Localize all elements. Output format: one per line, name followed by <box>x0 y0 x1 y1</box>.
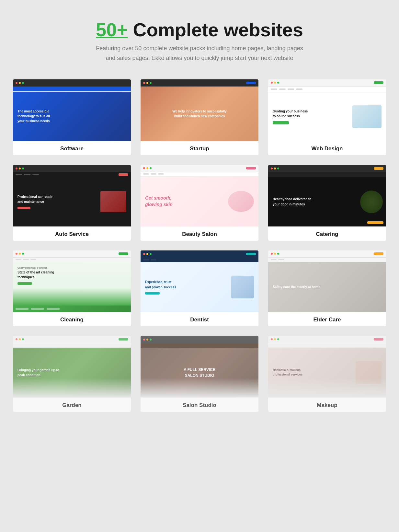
card-image-auto: Professional car repair and maintenance <box>13 165 131 226</box>
auto-hero-text: Professional car repair and maintenance <box>17 194 53 204</box>
makeup-hero-text: Cosmetic & makeupprofessional services <box>273 368 302 377</box>
beauty-hero-text: Get smooth,glowing skin <box>145 195 228 208</box>
eldercare-hero-text: Safety care the elderly at home <box>273 284 320 290</box>
card-cleaning[interactable]: Quality cleaning at a fair price State o… <box>13 250 131 326</box>
header-section: 50+ Complete websites Featuring over 50 … <box>13 19 386 63</box>
card-auto[interactable]: Professional car repair and maintenance … <box>13 165 131 241</box>
software-hero-text: The most accessible technology to suit a… <box>17 109 56 123</box>
startup-hero-text: We help innovators to successfullybuild … <box>172 109 226 119</box>
card-image-dentist: Experience, trustand proven success <box>141 250 258 312</box>
garden-hero-text: Bringing your garden up to peak conditio… <box>17 368 60 377</box>
card-label-startup: Startup <box>141 141 258 155</box>
card-image-cleaning: Quality cleaning at a fair price State o… <box>13 250 131 312</box>
card-startup[interactable]: We help innovators to successfullybuild … <box>141 79 258 155</box>
header-subtitle: Featuring over 50 complete website packs… <box>96 43 303 63</box>
card-label-beauty: Beauty Salon <box>141 226 258 241</box>
card-software[interactable]: The most accessible technology to suit a… <box>13 79 131 155</box>
card-image-webdesign: Guiding your business to online success <box>268 79 386 141</box>
card-label-makeup: Makeup <box>268 398 386 412</box>
card-label-auto: Auto Service <box>13 226 131 241</box>
page-title: 50+ Complete websites <box>13 19 386 40</box>
card-image-garden: Bringing your garden up to peak conditio… <box>13 336 131 398</box>
card-image-catering: Healthy food delivered to your door in m… <box>268 165 386 226</box>
card-image-beauty: Get smooth,glowing skin <box>141 165 258 226</box>
webdesign-hero-text: Guiding your business to online success <box>273 109 312 119</box>
card-dentist[interactable]: Experience, trustand proven success Dent… <box>141 250 258 326</box>
catering-hero-text: Healthy food delivered to your door in m… <box>273 197 318 207</box>
card-label-catering: Catering <box>268 226 386 241</box>
salon-hero-text: A FULL SERVICESALON STUDIO <box>184 367 215 378</box>
dentist-hero-text: Experience, trustand proven success <box>145 280 190 290</box>
card-image-makeup: Cosmetic & makeupprofessional services <box>268 336 386 398</box>
card-webdesign[interactable]: Guiding your business to online success … <box>268 79 386 155</box>
card-eldercare[interactable]: Safety care the elderly at home Elder Ca… <box>268 250 386 326</box>
card-label-cleaning: Cleaning <box>13 312 131 326</box>
card-label-webdesign: Web Design <box>268 141 386 155</box>
card-label-software: Software <box>13 141 131 155</box>
card-makeup[interactable]: Cosmetic & makeupprofessional services M… <box>268 336 386 412</box>
card-label-garden: Garden <box>13 398 131 412</box>
card-catering[interactable]: Healthy food delivered to your door in m… <box>268 165 386 241</box>
card-salon[interactable]: A FULL SERVICESALON STUDIO Salon Studio <box>141 336 258 412</box>
card-image-eldercare: Safety care the elderly at home <box>268 250 386 312</box>
card-beauty[interactable]: Get smooth,glowing skin Beauty Salon <box>141 165 258 241</box>
page-wrapper: 50+ Complete websites Featuring over 50 … <box>0 0 399 425</box>
website-grid: The most accessible technology to suit a… <box>13 79 386 412</box>
card-garden[interactable]: Bringing your garden up to peak conditio… <box>13 336 131 412</box>
card-image-salon: A FULL SERVICESALON STUDIO <box>141 336 258 398</box>
card-image-startup: We help innovators to successfullybuild … <box>141 79 258 141</box>
title-accent: 50+ <box>96 19 128 40</box>
card-label-salon: Salon Studio <box>141 398 258 412</box>
card-label-dentist: Dentist <box>141 312 258 326</box>
cleaning-hero-text: State of the art cleaning techniques <box>17 270 56 280</box>
card-image-software: The most accessible technology to suit a… <box>13 79 131 141</box>
card-label-eldercare: Elder Care <box>268 312 386 326</box>
